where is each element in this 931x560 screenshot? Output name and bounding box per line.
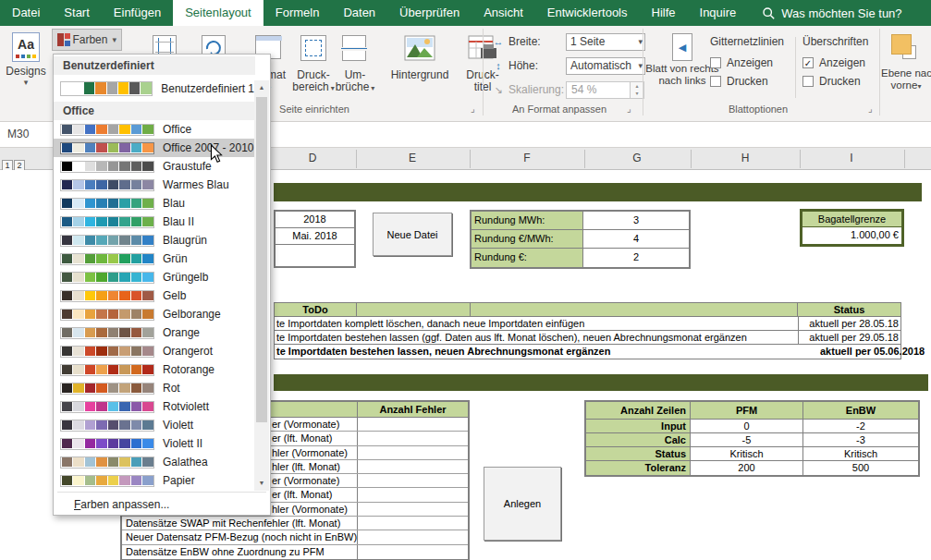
checkbox[interactable]	[710, 76, 721, 87]
tab-hilfe[interactable]: Hilfe	[640, 0, 688, 26]
theme-item[interactable]: Grün	[54, 250, 254, 268]
scroll-down-icon[interactable]: ▼	[254, 476, 269, 491]
tab-einfügen[interactable]: Einfügen	[102, 0, 173, 26]
theme-item[interactable]: Office	[54, 120, 254, 139]
tab-seitenlayout[interactable]: Seitenlayout	[173, 0, 263, 26]
height-icon: ↕	[491, 60, 506, 71]
tab-ansicht[interactable]: Ansicht	[472, 0, 535, 26]
theme-item[interactable]: Blau II	[54, 213, 254, 231]
ebene-nach-vorne-button[interactable]: Ebene nachvorne▾	[881, 29, 931, 117]
tab-überprüfen[interactable]: Überprüfen	[387, 0, 472, 26]
umbrueche-button[interactable]: Um- brüche▾	[331, 69, 379, 94]
theme-swatch	[62, 162, 73, 171]
spinner-up-icon: ▴	[631, 82, 643, 91]
dropdown-scrollbar[interactable]: ▲ ▼	[254, 80, 269, 491]
theme-item[interactable]: Papier	[54, 471, 254, 490]
theme-item[interactable]: Blaugrün	[54, 231, 254, 250]
breite-select[interactable]: 1 Seite ▾	[566, 33, 645, 51]
theme-swatch	[119, 217, 130, 226]
theme-swatch	[131, 143, 142, 152]
theme-swatch	[96, 383, 107, 393]
theme-item[interactable]: Violett II	[54, 434, 254, 453]
tab-inquire[interactable]: Inquire	[688, 0, 749, 26]
dialog-launcher-icon[interactable]: ⌟	[471, 103, 475, 114]
column-divider	[691, 150, 692, 168]
anlegen-button[interactable]: Anlegen	[484, 467, 561, 541]
theme-item[interactable]: Violett	[54, 416, 254, 434]
name-box[interactable]: M30	[7, 128, 29, 140]
theme-item-label: Blau	[163, 197, 185, 210]
theme-item[interactable]: Grüngelb	[54, 268, 254, 286]
theme-item[interactable]: Blau	[54, 194, 254, 213]
theme-swatch	[119, 439, 130, 448]
theme-swatch	[85, 402, 96, 411]
tab-daten[interactable]: Daten	[331, 0, 387, 26]
column-header-F[interactable]: F	[508, 152, 545, 164]
designs-button[interactable]: Aa Designs ▾	[4, 29, 48, 117]
theme-item[interactable]: Rotorange	[54, 360, 254, 379]
left-triangle-icon: ◀	[679, 42, 686, 53]
checkbox[interactable]	[802, 76, 814, 87]
dialog-launcher-icon[interactable]: ⌟	[868, 103, 873, 114]
tab-formeln[interactable]: Formeln	[263, 0, 332, 26]
theme-swatches-icon	[60, 235, 154, 247]
tell-me-search[interactable]: Was möchten Sie tun?	[763, 0, 901, 26]
theme-item[interactable]: Benutzerdefiniert 1	[54, 75, 254, 102]
theme-swatches-icon	[60, 383, 154, 395]
checkbox[interactable]	[710, 57, 721, 68]
ueberschriften-drucken[interactable]: Drucken	[802, 72, 876, 91]
checkbox-checked[interactable]: ✓	[802, 57, 814, 68]
farben-button[interactable]: Farben ▾	[52, 29, 122, 51]
ueberschriften-anzeigen[interactable]: ✓ Anzeigen	[802, 54, 876, 72]
theme-swatch	[96, 143, 107, 152]
tab-start[interactable]: Start	[52, 0, 101, 26]
theme-swatches-icon	[60, 475, 154, 487]
theme-item[interactable]: Rotviolett	[54, 397, 254, 416]
theme-item[interactable]: Orange	[54, 323, 254, 342]
theme-item[interactable]: Rot	[54, 379, 254, 397]
skalierung-value[interactable]: 54 %	[566, 81, 631, 99]
theme-swatch	[73, 143, 84, 152]
theme-swatch	[131, 254, 142, 263]
theme-item[interactable]: Gelb	[54, 286, 254, 305]
theme-item-label: Galathea	[163, 456, 208, 469]
column-header-I[interactable]: I	[833, 152, 870, 164]
theme-item[interactable]: Orangerot	[54, 342, 254, 360]
group-separator	[643, 29, 643, 116]
theme-swatch	[73, 383, 84, 393]
theme-colors-dropdown: BenutzerdefiniertBenutzerdefiniert 1Offi…	[53, 54, 271, 516]
theme-swatch	[119, 457, 130, 467]
theme-item-label: Rot	[163, 382, 180, 395]
hintergrund-button[interactable]: Hintergrund	[386, 69, 453, 81]
gitternetzlinien-anzeigen[interactable]: Anzeigen	[710, 54, 795, 72]
scrollbar-thumb[interactable]	[256, 97, 267, 422]
search-label: Was möchten Sie tun?	[781, 6, 901, 20]
gitternetzlinien-drucken[interactable]: Drucken	[710, 72, 795, 91]
column-header-H[interactable]: H	[727, 152, 764, 164]
bagatellgrenze-title: Bagatellgrenze	[802, 212, 901, 227]
scroll-up-icon[interactable]: ▲	[254, 80, 269, 95]
section-band	[274, 183, 922, 201]
theme-swatch	[131, 347, 142, 356]
theme-item[interactable]: Graustufe	[54, 157, 254, 176]
theme-swatch	[142, 236, 153, 245]
theme-item[interactable]: Gelborange	[54, 305, 254, 323]
column-header-E[interactable]: E	[394, 152, 431, 164]
tab-datei[interactable]: Datei	[0, 0, 52, 26]
tab-entwicklertools[interactable]: Entwicklertools	[535, 0, 640, 26]
theme-swatch	[108, 162, 119, 171]
column-header-G[interactable]: G	[619, 152, 655, 164]
todo-table-header: ToDo Status	[275, 303, 900, 317]
theme-item[interactable]: Warmes Blau	[54, 176, 254, 194]
theme-swatch	[85, 199, 96, 208]
theme-item[interactable]: Galathea	[54, 453, 254, 471]
theme-item[interactable]: Office 2007 - 2010	[54, 139, 254, 157]
hoehe-select[interactable]: Automatisch ▾	[566, 57, 645, 75]
column-header-D[interactable]: D	[294, 152, 331, 164]
farben-anpassen-item[interactable]: Farben anpassen...	[54, 496, 270, 513]
theme-swatch	[85, 254, 96, 263]
neue-datei-button[interactable]: Neue Datei	[373, 213, 452, 256]
theme-swatches-icon	[60, 327, 154, 339]
dialog-launcher-icon[interactable]: ⌟	[627, 103, 631, 114]
resize-grip-icon[interactable]	[54, 513, 270, 530]
